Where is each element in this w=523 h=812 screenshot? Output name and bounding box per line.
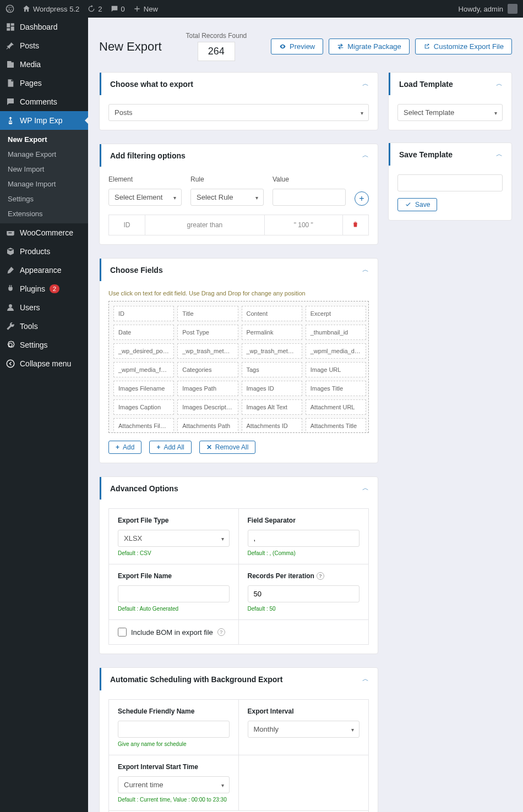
field-chip[interactable]: Image URL [306,362,366,377]
help-icon[interactable]: ? [217,628,225,636]
sidebar-item-media[interactable]: Media [0,55,88,74]
filter-value-input[interactable] [273,189,346,206]
field-chip[interactable]: Images Path [177,381,238,396]
sidebar-item-label: Dashboard [20,23,58,31]
preview-button[interactable]: Preview [271,39,323,54]
field-chip[interactable]: _wp_trash_meta_time [242,343,302,359]
sidebar-item-appearance[interactable]: Appearance [0,261,88,279]
chevron-up-icon[interactable]: ︿ [496,79,503,89]
new-content-link[interactable]: New [133,4,158,13]
field-chip[interactable]: Attachments Title [306,418,366,433]
file-type-select[interactable]: XLSX [118,530,230,547]
start-time-hint: Default : Current time, Value : 00:00 to… [118,797,230,803]
sidebar-item-wp-imp-exp[interactable]: WP Imp Exp [0,111,88,130]
field-chip[interactable]: Content [242,306,302,321]
field-chip[interactable]: _wpml_media_featured [113,362,174,377]
avatar[interactable] [508,4,517,14]
field-chip[interactable]: Images ID [242,381,302,396]
updates-link[interactable]: 2 [87,4,102,13]
new-label: New [144,5,158,13]
interval-select[interactable]: Monthly [248,721,360,738]
sidebar-item-settings[interactable]: Settings [0,336,88,354]
save-template-button[interactable]: Save [397,198,437,211]
chevron-up-icon[interactable]: ︿ [496,150,503,159]
sidebar-item-comments[interactable]: Comments [0,92,88,111]
submenu-item-extensions[interactable]: Extensions [0,206,88,221]
field-chip[interactable]: Post Type [177,325,238,340]
howdy-text[interactable]: Howdy, admin [459,5,503,13]
field-chip[interactable]: Images Alt Text [242,399,302,415]
bom-checkbox[interactable] [118,628,127,637]
label-value: Value [273,175,346,183]
field-chip[interactable]: Title [177,306,238,321]
site-home-link[interactable]: Wordpress 5.2 [22,4,79,13]
cell-element: ID [109,215,145,235]
field-chip[interactable]: Attachments Filename [113,418,174,433]
customize-button[interactable]: Customize Export File [415,39,512,54]
file-name-input[interactable] [118,585,230,602]
chevron-up-icon[interactable]: ︿ [362,265,369,275]
field-chip[interactable]: _wp_trash_meta_status [177,343,238,359]
sidebar-item-pages[interactable]: Pages [0,74,88,92]
friendly-name-hint: Give any name for schedule [118,741,230,747]
chevron-up-icon[interactable]: ︿ [362,484,369,493]
migrate-button[interactable]: Migrate Package [329,39,410,54]
field-chip[interactable]: Attachment URL [306,399,366,415]
field-chip[interactable]: ID [113,306,174,321]
sidebar-item-label: Users [20,303,40,312]
panel-save-template: Save Template ︿ Save [388,142,512,221]
add-field-button[interactable]: +Add [108,441,141,454]
field-chip[interactable]: Permalink [242,325,302,340]
comments-link[interactable]: 0 [110,4,125,13]
filter-element-select[interactable]: Select Element [108,189,182,206]
chevron-up-icon[interactable]: ︿ [362,674,369,684]
table-row: ID greater than " 100 " [109,215,369,235]
sidebar-item-users[interactable]: Users [0,298,88,317]
sidebar-item-plugins[interactable]: Plugins2 [0,279,88,298]
trash-icon[interactable] [342,215,368,235]
cell-value: " 100 " [264,215,342,235]
help-icon[interactable]: ? [317,572,324,580]
sidebar-item-posts[interactable]: Posts [0,36,88,55]
field-chip[interactable]: Attachments Path [177,418,238,433]
field-chip[interactable]: Tags [242,362,302,377]
field-chip[interactable]: Images Title [306,381,366,396]
sidebar-item-dashboard[interactable]: Dashboard [0,18,88,36]
export-type-select[interactable]: Posts [108,104,369,121]
template-name-input[interactable] [397,174,503,191]
field-chip[interactable]: Categories [177,362,238,377]
submenu-item-settings[interactable]: Settings [0,191,88,206]
field-chip[interactable]: Excerpt [306,306,366,321]
field-chip[interactable]: Images Description [177,399,238,415]
friendly-name-input[interactable] [118,721,230,738]
wp-logo-icon[interactable] [6,4,14,13]
field-chip[interactable]: Date [113,325,174,340]
sidebar-item-collapse-menu[interactable]: Collapse menu [0,354,88,373]
submenu-item-manage-export[interactable]: Manage Export [0,147,88,162]
field-chip[interactable]: _wpml_media_duplicate [306,343,366,359]
field-chip[interactable]: _thumbnail_id [306,325,366,340]
chevron-up-icon[interactable]: ︿ [362,79,369,89]
separator-input[interactable] [248,530,360,547]
field-chip[interactable]: Images Caption [113,399,174,415]
filter-rule-select[interactable]: Select Rule [190,189,264,206]
field-chip[interactable]: _wp_desired_post_slug [113,343,174,359]
sidebar-item-products[interactable]: Products [0,242,88,261]
sidebar-item-label: Pages [20,79,42,87]
submenu-item-new-export[interactable]: New Export [0,132,88,147]
submenu-item-manage-import[interactable]: Manage Import [0,177,88,191]
panel-scheduling: Automatic Scheduling with Background Exp… [99,667,378,812]
records-input[interactable] [248,585,360,602]
field-chip[interactable]: Attachments ID [242,418,302,433]
remove-all-button[interactable]: ✕Remove All [199,441,256,454]
fields-dropzone[interactable]: IDTitleContentExcerptDatePost TypePermal… [108,301,369,433]
chevron-up-icon[interactable]: ︿ [362,151,369,160]
sidebar-item-tools[interactable]: Tools [0,317,88,336]
submenu-item-new-import[interactable]: New Import [0,162,88,177]
field-chip[interactable]: Images Filename [113,381,174,396]
start-time-select[interactable]: Current time [118,776,230,793]
load-template-select[interactable]: Select Template [397,104,503,121]
add-filter-icon[interactable]: + [355,191,369,206]
add-all-button[interactable]: +Add All [149,441,191,454]
sidebar-item-woocommerce[interactable]: WooCommerce [0,223,88,242]
